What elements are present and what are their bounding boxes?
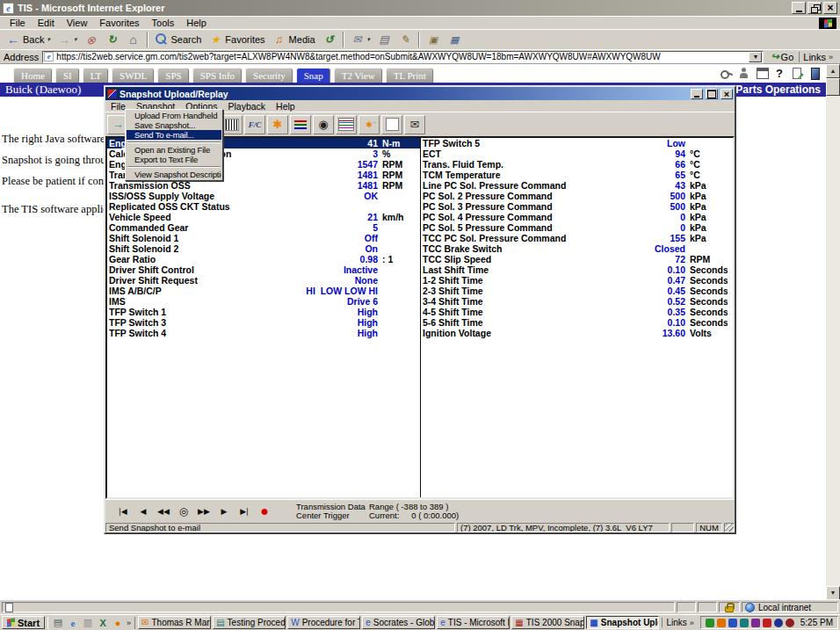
tray-icon-1[interactable]	[706, 619, 714, 627]
snapshot-flash-button[interactable]	[267, 115, 288, 134]
table-row[interactable]: ECT 94 °C	[421, 148, 728, 159]
table-row[interactable]: Shift Solenoid 2 On	[107, 243, 420, 254]
chevron-icon[interactable]: »	[690, 619, 694, 627]
tray-icon-4[interactable]	[740, 619, 749, 627]
quick-launch-show-desktop[interactable]: ▤	[52, 617, 64, 629]
restore-button[interactable]	[807, 2, 822, 14]
address-dropdown-button[interactable]: ▼	[749, 52, 762, 62]
barcode-button[interactable]	[221, 115, 243, 134]
menu-tools[interactable]: Tools	[146, 18, 181, 28]
tab-snap[interactable]: Snap	[296, 68, 331, 83]
tray-icon-3[interactable]	[728, 619, 737, 627]
quick-launch-lotus-notes[interactable]: ●	[112, 617, 124, 629]
forward-button[interactable]	[54, 31, 81, 48]
quick-launch-internet-explorer[interactable]: e	[67, 617, 79, 629]
task-tis2000-snapshot[interactable]: ▦ TIS 2000 Snapshot Uplo...	[511, 616, 584, 629]
menu-separator[interactable]	[127, 141, 221, 143]
resize-grip[interactable]	[724, 523, 735, 532]
table-row[interactable]: Driver Shift Control Inactive	[107, 264, 420, 275]
menu-edit[interactable]: Edit	[32, 18, 61, 28]
scroll-up-button[interactable]: ▲	[826, 64, 840, 78]
tab-sps[interactable]: SPS	[157, 68, 189, 83]
tab-security[interactable]: Security	[245, 68, 293, 83]
table-row[interactable]: Transmission OSS 1481 RPM	[107, 180, 420, 191]
menu-item-open-existing-file[interactable]: Open an Existing File	[127, 145, 221, 155]
dropdown-caret-icon[interactable]	[74, 36, 77, 43]
task-ie-socrates[interactable]: e Socrates - Global - Micro...	[362, 616, 435, 629]
table-row[interactable]: PC Sol. 3 Pressure Command 500 kPa	[421, 201, 728, 212]
quick-launch-outlook[interactable]: ▥	[82, 617, 94, 629]
refresh-button[interactable]	[102, 31, 123, 48]
task-snapshot-upload-replay[interactable]: ▦ Snapshot Upload/Re...	[586, 616, 659, 629]
task-testing-procedures[interactable]: ▤ Testing Procedures	[213, 616, 286, 629]
back-button[interactable]: Back	[3, 31, 54, 48]
tray-icon-2[interactable]	[717, 619, 726, 627]
menu-item-view-snapshot-description[interactable]: View Snapshot Description...	[127, 170, 221, 179]
tray-icon-6[interactable]	[763, 619, 771, 627]
tab-tl-print[interactable]: TL Print	[386, 68, 434, 83]
record-button[interactable]	[256, 503, 273, 519]
address-url[interactable]: https://tis2web.service.gm.com/tis2web?t…	[56, 52, 749, 62]
calendar-icon[interactable]	[756, 67, 768, 79]
table-row[interactable]: PC Sol. 2 Pressure Command 500 kPa	[421, 191, 728, 201]
table-row[interactable]: Commanded Gear 5	[107, 222, 420, 233]
print-button[interactable]	[373, 31, 395, 48]
task-outlook-inbox[interactable]: ✉ Thomas R Martin - Inbox...	[138, 616, 211, 629]
search-button[interactable]: Search	[151, 31, 206, 48]
table-row[interactable]: Line PC Sol. Pressure Command 43 kPa	[421, 180, 728, 191]
menu-item-save-snapshot[interactable]: Save Snapshot...	[127, 120, 221, 130]
discussions-button[interactable]	[423, 31, 444, 48]
email-snapshot-button[interactable]	[404, 115, 425, 134]
address-input[interactable]: e https://tis2web.service.gm.com/tis2web…	[42, 51, 764, 63]
media-button[interactable]: Media	[269, 31, 319, 48]
table-row[interactable]: 3-4 Shift Time 0.52 Seconds	[421, 296, 728, 307]
task-ie-tis[interactable]: e TIS - Microsoft Internet ...	[437, 616, 510, 629]
table-row[interactable]: 2-3 Shift Time 0.45 Seconds	[421, 286, 728, 296]
table-row[interactable]: 4-5 Shift Time 0.35 Seconds	[421, 307, 728, 317]
user-icon[interactable]	[738, 67, 750, 79]
menu-item-send-to-email[interactable]: Send To e-mail...	[127, 130, 221, 140]
table-row[interactable]: Vehicle Speed 21 km/h	[107, 212, 420, 222]
table-row[interactable]: Last Shift Time 0.10 Seconds	[421, 264, 728, 275]
table-row[interactable]: PC Sol. 4 Pressure Command 0 kPa	[421, 212, 728, 222]
toolbar-separator[interactable]	[343, 32, 344, 47]
blank-view-button[interactable]	[381, 115, 402, 134]
menu-separator[interactable]	[127, 166, 221, 168]
table-row[interactable]: TCC Slip Speed 72 RPM	[421, 254, 728, 264]
graph-lines-button[interactable]	[290, 115, 311, 134]
toolbar-separator[interactable]	[147, 32, 148, 47]
table-row[interactable]: PC Sol. 5 Pressure Command 0 kPa	[421, 222, 728, 233]
tab-lt[interactable]: LT	[83, 68, 109, 83]
tab-si[interactable]: SI	[55, 68, 80, 83]
table-row[interactable]: Driver Shift Request None	[107, 275, 420, 286]
quick-launch-excel[interactable]: X	[97, 617, 109, 629]
toolbar-separator[interactable]	[418, 32, 420, 47]
close-button[interactable]	[721, 89, 733, 99]
replay-snapshot-button[interactable]	[358, 115, 380, 134]
close-button[interactable]	[823, 2, 837, 14]
table-row[interactable]: TCC PC Sol. Pressure Command 155 kPa	[421, 233, 728, 243]
stop-button[interactable]	[81, 31, 102, 48]
table-row[interactable]: Ignition Voltage 13.60 Volts	[421, 328, 728, 338]
chart-view-button[interactable]	[336, 115, 357, 134]
maximize-button[interactable]	[706, 89, 718, 99]
table-row[interactable]: IMS Drive 6	[107, 296, 420, 307]
fast-forward-button[interactable]	[195, 503, 213, 519]
edit-button[interactable]	[395, 31, 416, 48]
taskbar-links[interactable]: Links »	[662, 618, 697, 627]
tray-icon-8[interactable]	[786, 619, 794, 627]
menu-file[interactable]: File	[4, 18, 32, 28]
center-trigger-button[interactable]	[175, 503, 192, 519]
table-row[interactable]: TCC Brake Switch Closed	[421, 243, 728, 254]
table-row[interactable]: TFP Switch 3 High	[107, 317, 420, 328]
go-button[interactable]: Go	[767, 51, 797, 62]
chevron-icon[interactable]: »	[829, 53, 833, 62]
table-row[interactable]: TCM Temperature 65 °C	[421, 170, 728, 180]
vertical-scrollbar[interactable]: ▲ ▼	[826, 64, 840, 600]
menu-playback[interactable]: Playback	[222, 101, 271, 112]
favorites-button[interactable]: Favorites	[205, 31, 268, 48]
tab-home[interactable]: Home	[13, 68, 53, 83]
chevron-icon[interactable]: »	[127, 619, 131, 627]
table-row[interactable]: TFP Switch 4 High	[107, 328, 420, 338]
scroll-down-button[interactable]: ▼	[826, 586, 840, 600]
